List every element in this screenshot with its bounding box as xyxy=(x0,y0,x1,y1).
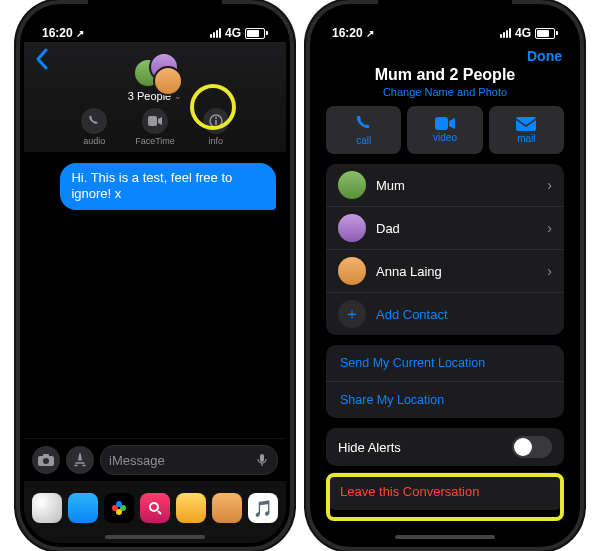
hide-alerts-toggle[interactable] xyxy=(512,436,552,458)
home-indicator[interactable] xyxy=(105,535,205,539)
svg-rect-14 xyxy=(435,117,448,130)
avatar xyxy=(338,257,366,285)
dock-app[interactable] xyxy=(104,493,134,523)
dock-app[interactable] xyxy=(212,493,242,523)
send-location-button[interactable]: Send My Current Location xyxy=(326,345,564,382)
details-header: Done xyxy=(314,42,576,64)
hide-alerts-row: Hide Alerts xyxy=(326,428,564,466)
app-dock[interactable]: 🎵 xyxy=(24,481,286,543)
svg-rect-3 xyxy=(215,120,217,125)
contact-name: Anna Laing xyxy=(376,264,537,279)
appstore-button[interactable] xyxy=(66,446,94,474)
done-button[interactable]: Done xyxy=(527,48,562,64)
add-contact-label: Add Contact xyxy=(376,307,552,322)
message-input[interactable]: iMessage xyxy=(100,445,278,475)
info-icon xyxy=(203,108,229,134)
video-icon xyxy=(435,117,455,130)
hide-alerts-label: Hide Alerts xyxy=(338,440,401,455)
outgoing-message[interactable]: Hi. This is a test, feel free to ignore!… xyxy=(60,163,276,210)
contact-row[interactable]: Anna Laing › xyxy=(326,250,564,293)
svg-rect-5 xyxy=(43,454,49,457)
share-location-button[interactable]: Share My Location xyxy=(326,382,564,418)
svg-rect-15 xyxy=(516,117,536,131)
home-indicator[interactable] xyxy=(395,535,495,539)
contact-row[interactable]: Dad › xyxy=(326,207,564,250)
input-placeholder: iMessage xyxy=(109,453,165,468)
mail-icon xyxy=(516,117,536,131)
network-label: 4G xyxy=(225,26,241,40)
notch xyxy=(380,0,510,24)
svg-line-13 xyxy=(158,511,161,514)
add-contact-row[interactable]: ＋ Add Contact xyxy=(326,293,564,335)
info-button[interactable]: info xyxy=(203,108,229,146)
mail-label: mail xyxy=(517,133,535,144)
send-location-label: Send My Current Location xyxy=(340,356,485,370)
chevron-right-icon: › xyxy=(547,220,552,236)
message-text: Hi. This is a test, feel free to ignore!… xyxy=(71,170,232,201)
status-time: 16:20 ↗ xyxy=(332,26,374,40)
status-time: 16:20 ↗ xyxy=(42,26,84,40)
phone-icon xyxy=(355,115,373,133)
call-button[interactable]: call xyxy=(326,106,401,154)
camera-button[interactable] xyxy=(32,446,60,474)
dock-app[interactable] xyxy=(176,493,206,523)
signal-icon xyxy=(500,28,511,38)
info-label: info xyxy=(209,136,224,146)
action-trio: call video mail xyxy=(326,106,564,154)
phone-icon xyxy=(81,108,107,134)
svg-point-12 xyxy=(150,503,158,511)
details-scroll[interactable]: call video mail xyxy=(314,106,576,543)
phone-details: 16:20 ↗ 4G Done Mum and 2 People Change … xyxy=(306,0,584,551)
dock-app[interactable] xyxy=(140,493,170,523)
plus-icon: ＋ xyxy=(338,300,366,328)
messages-header: 3 People ⌄ audio FaceTime xyxy=(24,42,286,153)
call-label: call xyxy=(356,135,371,146)
share-location-label: Share My Location xyxy=(340,393,444,407)
clock-text: 16:20 xyxy=(42,26,73,40)
svg-rect-0 xyxy=(148,116,157,126)
facetime-label: FaceTime xyxy=(135,136,175,146)
change-name-photo-link[interactable]: Change Name and Photo xyxy=(314,86,576,98)
video-button[interactable]: video xyxy=(407,106,482,154)
compose-bar: iMessage xyxy=(24,438,286,481)
details-title: Mum and 2 People xyxy=(314,66,576,84)
chevron-right-icon: › xyxy=(547,177,552,193)
location-block: Send My Current Location Share My Locati… xyxy=(326,345,564,418)
message-thread[interactable]: Hi. This is a test, feel free to ignore!… xyxy=(24,153,286,438)
contact-list: Mum › Dad › Anna Laing › ＋ xyxy=(326,164,564,335)
chevron-right-icon: › xyxy=(547,263,552,279)
group-avatar[interactable] xyxy=(133,52,177,88)
avatar xyxy=(338,171,366,199)
back-button[interactable] xyxy=(34,48,48,70)
signal-icon xyxy=(210,28,221,38)
svg-point-11 xyxy=(116,509,122,515)
battery-icon xyxy=(535,28,558,39)
leave-conversation-button[interactable]: Leave this Conversation xyxy=(326,472,564,510)
location-services-icon: ↗ xyxy=(366,28,374,39)
dock-app[interactable] xyxy=(32,493,62,523)
dock-app[interactable] xyxy=(68,493,98,523)
facetime-button[interactable]: FaceTime xyxy=(135,108,175,146)
phone-messages: 16:20 ↗ 4G xyxy=(16,0,294,551)
location-services-icon: ↗ xyxy=(76,28,84,39)
audio-button[interactable]: audio xyxy=(81,108,107,146)
battery-icon xyxy=(245,28,268,39)
svg-point-2 xyxy=(215,117,217,119)
mail-button[interactable]: mail xyxy=(489,106,564,154)
contact-row[interactable]: Mum › xyxy=(326,164,564,207)
avatar xyxy=(338,214,366,242)
notch xyxy=(90,0,220,24)
network-label: 4G xyxy=(515,26,531,40)
dictate-icon[interactable] xyxy=(255,453,269,467)
contact-name: Mum xyxy=(376,178,537,193)
audio-label: audio xyxy=(83,136,105,146)
video-label: video xyxy=(433,132,457,143)
svg-rect-7 xyxy=(261,463,262,466)
dock-app[interactable]: 🎵 xyxy=(248,493,278,523)
leave-conversation-label: Leave this Conversation xyxy=(340,484,479,499)
svg-point-10 xyxy=(116,501,122,507)
clock-text: 16:20 xyxy=(332,26,363,40)
svg-point-6 xyxy=(43,458,49,464)
contact-name: Dad xyxy=(376,221,537,236)
avatar xyxy=(153,66,183,96)
